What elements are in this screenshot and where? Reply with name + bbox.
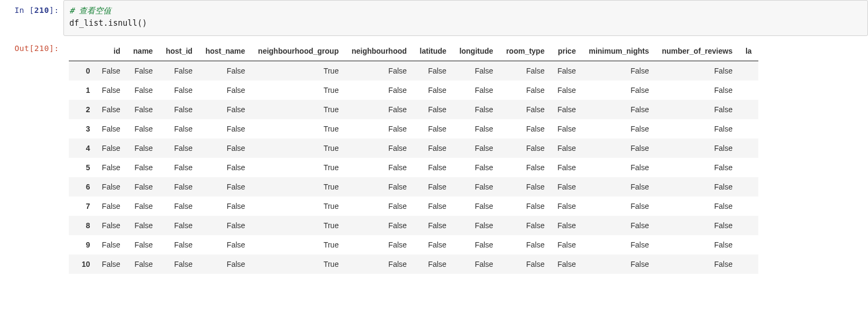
cell-value: False <box>500 216 551 235</box>
cell-value: False <box>159 61 199 81</box>
table-row: 8FalseFalseFalseFalseTrueFalseFalseFalse… <box>69 216 758 235</box>
cell-value: False <box>655 196 739 216</box>
cell-value: False <box>453 235 500 254</box>
cell-value: False <box>199 158 252 177</box>
cell-value: False <box>413 254 453 274</box>
cell-value <box>739 254 758 274</box>
cell-value: False <box>500 196 551 216</box>
cell-value: False <box>159 81 199 100</box>
cell-value: False <box>655 81 739 100</box>
row-index: 5 <box>69 158 96 177</box>
dataframe-header-row: idnamehost_idhost_nameneighbourhood_grou… <box>69 41 758 61</box>
cell-value: False <box>96 81 127 100</box>
cell-value: False <box>345 254 413 274</box>
cell-value: False <box>413 61 453 81</box>
cell-value: False <box>345 235 413 254</box>
cell-value: False <box>551 235 582 254</box>
cell-value <box>739 119 758 139</box>
cell-value: False <box>127 119 160 139</box>
column-header: minimum_nights <box>582 41 655 61</box>
cell-value <box>739 100 758 119</box>
cell-value: False <box>582 100 655 119</box>
cell-value: False <box>655 139 739 158</box>
cell-value: False <box>127 81 160 100</box>
cell-value: False <box>345 158 413 177</box>
cell-value: False <box>413 81 453 100</box>
cell-value: False <box>345 196 413 216</box>
cell-value: False <box>655 216 739 235</box>
table-row: 0FalseFalseFalseFalseTrueFalseFalseFalse… <box>69 61 758 81</box>
cell-value: False <box>453 119 500 139</box>
cell-value: False <box>655 61 739 81</box>
cell-value <box>739 196 758 216</box>
cell-value: False <box>453 216 500 235</box>
cell-value: False <box>96 235 127 254</box>
cell-value: False <box>96 61 127 81</box>
cell-value: False <box>551 139 582 158</box>
cell-value: True <box>252 216 345 235</box>
cell-value: False <box>199 235 252 254</box>
cell-value: False <box>127 235 160 254</box>
row-index: 4 <box>69 139 96 158</box>
cell-value <box>739 139 758 158</box>
cell-value: False <box>345 119 413 139</box>
cell-value: False <box>582 216 655 235</box>
cell-value: False <box>453 81 500 100</box>
cell-value: False <box>345 61 413 81</box>
cell-value: False <box>345 100 413 119</box>
cell-value: False <box>551 119 582 139</box>
cell-value: False <box>582 119 655 139</box>
cell-value: False <box>500 100 551 119</box>
code-line-call: df_list.isnull() <box>69 17 862 30</box>
cell-value: False <box>551 158 582 177</box>
cell-value: False <box>453 254 500 274</box>
cell-value: True <box>252 158 345 177</box>
cell-value: False <box>127 196 160 216</box>
cell-value: False <box>453 196 500 216</box>
cell-value: True <box>252 119 345 139</box>
cell-value: False <box>582 61 655 81</box>
cell-value: False <box>500 139 551 158</box>
cell-value: False <box>127 139 160 158</box>
cell-value: True <box>252 196 345 216</box>
row-index: 7 <box>69 196 96 216</box>
cell-value: False <box>96 196 127 216</box>
cell-value: False <box>551 100 582 119</box>
cell-value: False <box>127 254 160 274</box>
cell-value: False <box>551 81 582 100</box>
cell-value: False <box>655 254 739 274</box>
cell-value: False <box>199 119 252 139</box>
cell-value: False <box>96 139 127 158</box>
cell-value: False <box>159 119 199 139</box>
cell-value: False <box>582 158 655 177</box>
cell-value: False <box>345 177 413 196</box>
cell-value: False <box>199 216 252 235</box>
column-header: host_name <box>199 41 252 61</box>
code-input[interactable]: # 查看空值 df_list.isnull() <box>63 0 868 36</box>
cell-value <box>739 158 758 177</box>
cell-value: False <box>199 139 252 158</box>
cell-value: True <box>252 139 345 158</box>
dataframe-head: idnamehost_idhost_nameneighbourhood_grou… <box>69 41 758 61</box>
cell-value: False <box>655 235 739 254</box>
cell-value: False <box>551 254 582 274</box>
cell-value: False <box>96 216 127 235</box>
column-header: price <box>551 41 582 61</box>
row-index: 9 <box>69 235 96 254</box>
cell-value: True <box>252 254 345 274</box>
row-index: 6 <box>69 177 96 196</box>
cell-value: False <box>345 81 413 100</box>
column-header: latitude <box>413 41 453 61</box>
cell-value: False <box>96 254 127 274</box>
cell-value: False <box>500 158 551 177</box>
cell-value: False <box>453 139 500 158</box>
column-header: neighbourhood_group <box>252 41 345 61</box>
cell-value: False <box>127 158 160 177</box>
cell-value: False <box>582 235 655 254</box>
column-header: longitude <box>453 41 500 61</box>
cell-value: False <box>96 177 127 196</box>
cell-value: False <box>655 100 739 119</box>
cell-value: False <box>199 177 252 196</box>
cell-value: False <box>127 216 160 235</box>
dataframe-table: idnamehost_idhost_nameneighbourhood_grou… <box>69 41 758 274</box>
